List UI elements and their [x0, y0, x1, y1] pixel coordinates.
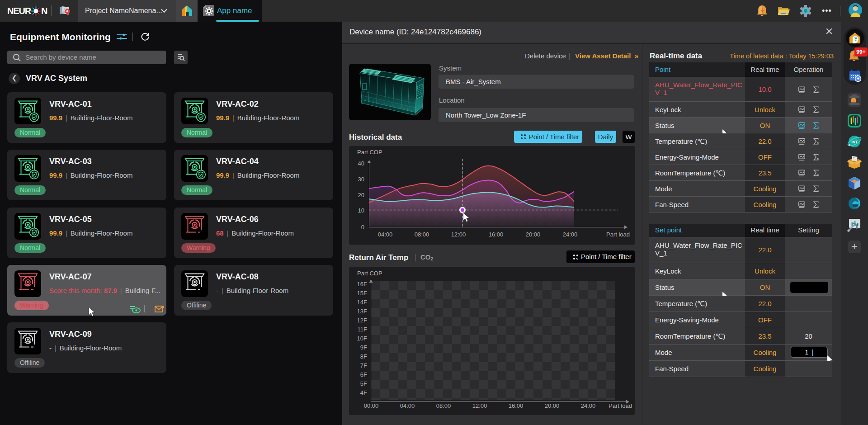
svg-text:30: 30	[358, 176, 364, 183]
svg-text:13F: 13F	[357, 308, 367, 315]
svg-text:40: 40	[358, 160, 364, 167]
svg-text:Part COP: Part COP	[357, 270, 382, 277]
svg-text:8F: 8F	[360, 353, 367, 360]
svg-text:6F: 6F	[360, 371, 367, 378]
svg-text:00:00: 00:00	[364, 402, 379, 409]
svg-text:24:00: 24:00	[563, 231, 578, 238]
svg-text:10: 10	[358, 207, 364, 214]
svg-text:24:00: 24:00	[581, 402, 596, 409]
svg-text:9F: 9F	[360, 344, 367, 351]
svg-text:20: 20	[358, 192, 364, 198]
svg-text:16F: 16F	[357, 281, 367, 288]
svg-text:12F: 12F	[357, 317, 367, 324]
svg-text:4F: 4F	[360, 389, 367, 396]
svg-text:20:00: 20:00	[545, 402, 560, 409]
svg-text:0: 0	[361, 224, 364, 231]
svg-text:14F: 14F	[357, 299, 367, 306]
svg-text:Part COP: Part COP	[357, 149, 382, 156]
svg-text:7F: 7F	[360, 362, 367, 369]
svg-text:16:00: 16:00	[489, 231, 504, 238]
svg-text:Part load: Part load	[609, 402, 632, 409]
svg-text:16:00: 16:00	[509, 402, 524, 409]
svg-text:08:00: 08:00	[415, 231, 429, 238]
svg-text:15F: 15F	[357, 290, 367, 297]
svg-text:5F: 5F	[360, 380, 367, 387]
svg-text:12:00: 12:00	[451, 231, 466, 238]
svg-text:04:00: 04:00	[400, 402, 415, 409]
svg-text:08:00: 08:00	[436, 402, 451, 409]
svg-text:Part load: Part load	[606, 231, 630, 238]
svg-text:04:00: 04:00	[378, 231, 393, 238]
svg-text:10F: 10F	[357, 335, 367, 342]
svg-text:20:00: 20:00	[526, 231, 541, 238]
svg-text:11F: 11F	[358, 326, 367, 333]
svg-text:12:00: 12:00	[472, 402, 487, 409]
